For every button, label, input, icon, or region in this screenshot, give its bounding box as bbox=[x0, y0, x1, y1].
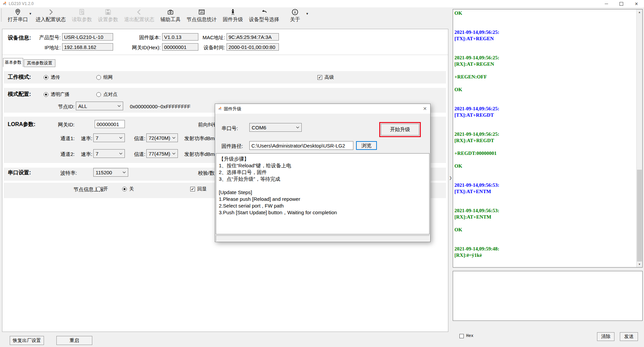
checkbox-label: 高级 bbox=[325, 74, 334, 80]
log-output[interactable]: OK 2021-09-14,09:56:25:[TX]:AT+REGEN 202… bbox=[454, 10, 636, 267]
radio-report-on[interactable]: 开 bbox=[96, 186, 108, 192]
radio-label: 组网 bbox=[103, 74, 113, 80]
panel-splitter-handle[interactable]: ❯ bbox=[449, 174, 452, 182]
field-label: 固件版本: bbox=[137, 35, 161, 41]
gateway-id-hex-field[interactable]: 00000001 bbox=[162, 43, 198, 51]
chevron-right-icon bbox=[47, 8, 54, 16]
rocket-icon bbox=[229, 8, 237, 16]
field-label: 网关ID(Hex): bbox=[130, 45, 161, 51]
dropdown-value: 7 bbox=[96, 151, 98, 157]
chevron-down-icon bbox=[119, 153, 122, 155]
send-button[interactable]: 发送 bbox=[620, 332, 638, 341]
tab-label: 基本参数 bbox=[5, 60, 21, 65]
channel-label: 信道: bbox=[134, 135, 145, 142]
button-label: 清除 bbox=[601, 334, 610, 340]
channel1-rate-dropdown[interactable]: 7 bbox=[93, 133, 125, 142]
lora-gateway-id-input[interactable]: 00000001 bbox=[95, 120, 125, 128]
scrollbar-thumb[interactable] bbox=[637, 170, 642, 262]
tab-other-params[interactable]: 其他参数设置 bbox=[24, 59, 55, 67]
dialog-title-bar[interactable]: 固件升级 ✕ bbox=[215, 104, 430, 114]
toolbar-button-enter-config[interactable]: 进入配置状态 bbox=[36, 8, 66, 23]
checkbox-icon: ✓ bbox=[190, 187, 195, 191]
log-line: [TX]:AT+ENTM bbox=[454, 188, 636, 195]
firmware-version-field[interactable]: V1.0.13 bbox=[162, 33, 198, 41]
device-info-section-label: 设备信息: bbox=[8, 35, 31, 42]
mac-address-field[interactable]: 9C:A5:25:94:7A:3A bbox=[227, 33, 279, 41]
send-input-box[interactable] bbox=[453, 271, 643, 321]
toolbar-button-aux-tools[interactable]: 辅助工具 bbox=[160, 8, 181, 23]
toolbar-button-exit-config[interactable]: 退出配置状态 bbox=[124, 8, 154, 23]
radio-transparent-broadcast[interactable]: 透明广播 bbox=[44, 92, 69, 98]
checkbox-label: Hex bbox=[466, 334, 474, 338]
dialog-close-icon[interactable]: ✕ bbox=[423, 106, 427, 111]
toolbar-button-model-select[interactable]: 设备型号选择 bbox=[249, 8, 279, 23]
toolbar-button-label: 读取参数 bbox=[72, 16, 92, 23]
about-dropdown-caret[interactable]: ▼ bbox=[306, 12, 309, 15]
toolbar-button-set-params[interactable]: 设置参数 bbox=[98, 8, 118, 23]
log-line: [RX]:AT+ENTM bbox=[454, 214, 636, 220]
product-model-field[interactable]: USR-LG210-L-10 bbox=[62, 33, 113, 41]
toolbar-button-node-stats[interactable]: 节点信息统计 bbox=[187, 8, 217, 23]
rate-label: 速率: bbox=[81, 135, 92, 142]
com-port-label: 串口号: bbox=[221, 125, 238, 132]
toolbar-button-label: 设置参数 bbox=[98, 16, 118, 23]
toolbar-button-about[interactable]: 关于 bbox=[285, 8, 305, 23]
radio-networking[interactable]: 组网 bbox=[96, 74, 113, 80]
log-line bbox=[454, 48, 636, 55]
rate-label: 速率: bbox=[81, 151, 92, 158]
minimize-button[interactable] bbox=[599, 0, 614, 7]
node-stats-window-icon bbox=[198, 8, 205, 16]
log-line bbox=[454, 42, 636, 48]
restart-button[interactable]: 重启 bbox=[56, 336, 92, 345]
app-logo-icon bbox=[218, 106, 222, 112]
factory-reset-button[interactable]: 恢复出厂设置 bbox=[10, 336, 44, 345]
hex-checkbox[interactable]: Hex bbox=[459, 334, 474, 338]
device-time-field[interactable]: 2000-01-01,00:00:80 bbox=[227, 43, 279, 51]
toolbar-button-open-serial[interactable]: 打开串口 bbox=[8, 8, 28, 23]
log-line: OK bbox=[454, 163, 636, 169]
log-scrollbar[interactable]: ▲ ▼ bbox=[636, 9, 642, 267]
scroll-down-icon[interactable]: ▼ bbox=[637, 262, 642, 267]
radio-report-off[interactable]: 关 bbox=[122, 186, 134, 192]
button-label: 恢复出厂设置 bbox=[13, 338, 41, 344]
close-button[interactable]: ✕ bbox=[629, 0, 644, 7]
field-value: 00000001 bbox=[164, 44, 187, 50]
channel-label: 信道: bbox=[134, 151, 145, 158]
channel2-rate-dropdown[interactable]: 7 bbox=[93, 149, 125, 158]
toolbar-button-fw-upgrade[interactable]: 固件升级 bbox=[223, 8, 243, 23]
open-serial-dropdown-caret[interactable]: ▼ bbox=[29, 12, 32, 15]
toolbar-button-read-params[interactable]: 读取参数 bbox=[72, 8, 92, 23]
ip-address-field[interactable]: 192.168.8.162 bbox=[62, 43, 113, 51]
radio-transparent[interactable]: 透传 bbox=[44, 74, 60, 80]
radio-icon bbox=[96, 75, 101, 80]
maximize-button[interactable] bbox=[614, 0, 629, 7]
channel2-channel-dropdown[interactable]: 77(475M) bbox=[146, 149, 178, 158]
radio-point-to-point[interactable]: 点对点 bbox=[96, 92, 117, 98]
field-label: IP地址: bbox=[36, 45, 61, 51]
radio-icon bbox=[122, 187, 127, 191]
browse-button[interactable]: 浏览 bbox=[356, 141, 377, 150]
firmware-upgrade-dialog: 固件升级 ✕ 串口号: COM6 开始升级 固件路径: C:\Users\Adm… bbox=[215, 104, 431, 242]
button-label: 浏览 bbox=[361, 142, 371, 149]
baud-dropdown[interactable]: 115200 bbox=[93, 168, 128, 177]
window-title: LG210 V1.2.0 bbox=[9, 1, 34, 6]
clear-button[interactable]: 清除 bbox=[597, 332, 614, 341]
tab-basic-params[interactable]: 基本参数 bbox=[3, 58, 23, 67]
close-icon: ✕ bbox=[635, 2, 638, 6]
node-id-dropdown[interactable]: ALL bbox=[76, 102, 123, 110]
advanced-checkbox[interactable]: ✓ 高级 bbox=[317, 74, 334, 80]
log-line bbox=[454, 118, 636, 125]
toolbar-button-label: 关于 bbox=[290, 16, 300, 23]
start-update-button[interactable]: 开始升级 bbox=[381, 124, 419, 135]
log-line bbox=[454, 195, 636, 201]
fw-path-input[interactable]: C:\Users\Administrator\Desktop\USR-LG2 bbox=[249, 141, 353, 150]
toolbar-button-label: 进入配置状态 bbox=[36, 16, 66, 23]
com-port-dropdown[interactable]: COM6 bbox=[249, 123, 302, 132]
scroll-up-icon[interactable]: ▲ bbox=[637, 9, 642, 15]
log-line bbox=[454, 239, 636, 246]
node-id-range-hint: 0x00000000~0xFFFFFFFF bbox=[130, 104, 190, 109]
log-line: 2021-09-14,09:56:25: bbox=[454, 106, 636, 112]
fw-path-label: 固件路径: bbox=[221, 143, 243, 150]
echo-checkbox[interactable]: ✓ 回显 bbox=[190, 186, 207, 192]
channel1-channel-dropdown[interactable]: 72(470M) bbox=[146, 133, 178, 142]
